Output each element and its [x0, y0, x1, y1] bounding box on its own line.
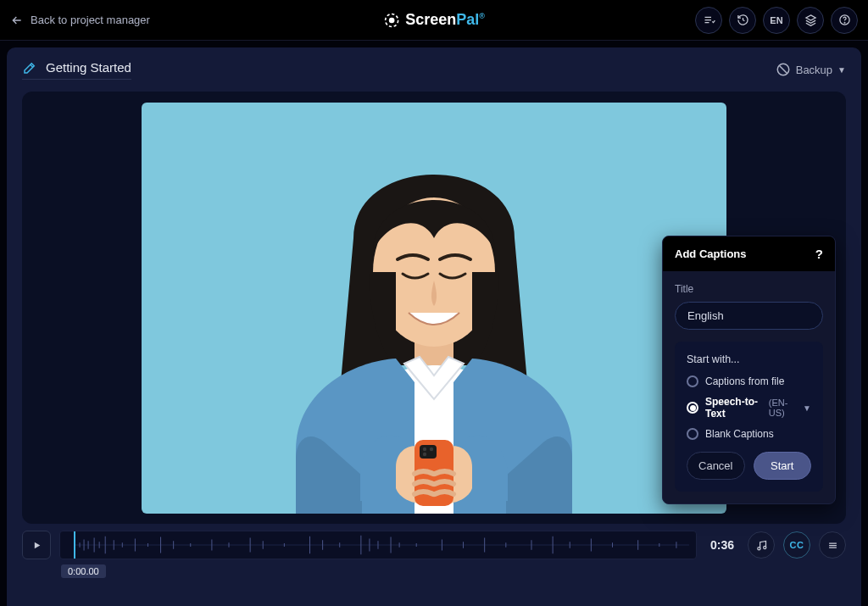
music-button[interactable] [748, 531, 775, 559]
caption-title-input[interactable] [675, 302, 823, 330]
option-speech-to-text[interactable]: Speech-to-Text (EN-US) ▼ [687, 396, 811, 420]
language-label: EN [770, 15, 782, 25]
timeline-menu-button[interactable] [819, 531, 846, 559]
language-button[interactable]: EN [763, 7, 790, 34]
backup-label: Backup [796, 64, 832, 76]
layers-icon [804, 14, 817, 26]
play-icon [31, 540, 42, 551]
play-button[interactable] [22, 531, 51, 559]
list-check-icon [703, 14, 715, 26]
cancel-button[interactable]: Cancel [687, 452, 745, 480]
no-backup-icon [776, 62, 791, 77]
svg-point-12 [423, 452, 426, 455]
panel-help-button[interactable]: ? [815, 247, 823, 261]
add-captions-panel: Add Captions ? Title Start with... Capti… [662, 236, 836, 504]
option-captions-from-file[interactable]: Captions from file [687, 375, 811, 387]
brand-icon [383, 12, 400, 29]
svg-rect-9 [420, 445, 437, 459]
radio-icon [687, 402, 698, 414]
svg-point-11 [430, 447, 433, 450]
title-field-label: Title [675, 283, 823, 295]
svg-point-3 [844, 22, 845, 23]
layers-button[interactable] [797, 7, 824, 34]
chevron-down-icon: ▼ [837, 65, 846, 75]
backup-menu[interactable]: Backup ▼ [776, 62, 846, 77]
arrow-left-icon [10, 14, 24, 27]
start-with-label: Start with... [687, 353, 811, 365]
project-title-wrap[interactable]: Getting Started [22, 60, 131, 80]
menu-icon [826, 539, 839, 552]
playhead[interactable] [74, 531, 75, 559]
history-icon [737, 14, 749, 26]
svg-point-1 [389, 17, 395, 23]
question-icon [838, 14, 851, 26]
music-icon [755, 539, 768, 552]
panel-title: Add Captions [675, 247, 747, 260]
list-button[interactable] [695, 7, 722, 34]
start-button[interactable]: Start [754, 452, 812, 480]
timeline-waveform[interactable] [59, 531, 697, 559]
history-button[interactable] [729, 7, 756, 34]
help-button[interactable] [831, 7, 858, 34]
playhead-time-chip: 0:00.00 [61, 564, 106, 578]
stt-language-label: (EN-US) [769, 398, 796, 418]
svg-point-53 [763, 546, 765, 548]
svg-point-52 [757, 547, 760, 549]
project-title: Getting Started [46, 60, 131, 75]
back-label: Back to project manager [31, 14, 150, 26]
edit-icon [22, 60, 37, 75]
captions-button[interactable]: CC [783, 531, 810, 559]
back-button[interactable]: Back to project manager [10, 14, 150, 27]
option-blank-captions[interactable]: Blank Captions [687, 428, 811, 440]
duration-label: 0:36 [705, 538, 739, 552]
video-frame [142, 103, 726, 514]
cc-label: CC [790, 540, 804, 550]
radio-icon [687, 428, 698, 440]
svg-point-10 [423, 447, 426, 450]
radio-icon [687, 375, 698, 387]
waveform-graphic [75, 531, 689, 559]
chevron-down-icon[interactable]: ▼ [803, 403, 811, 413]
brand-logo: ScreenPal® [383, 11, 485, 29]
